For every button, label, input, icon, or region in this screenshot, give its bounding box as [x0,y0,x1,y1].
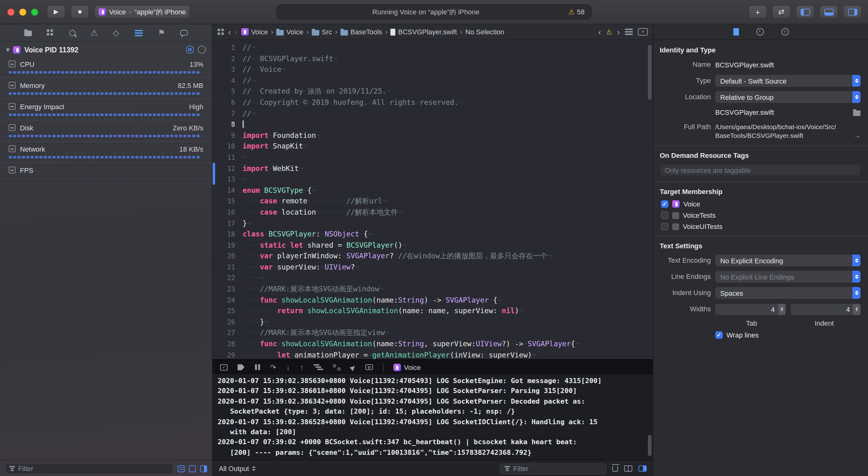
code-line[interactable]: 2//··BCSVGPlayer.swift¬ [213,53,653,64]
breakpoint-navigator-icon[interactable]: ⚑ [158,29,165,37]
code-line[interactable]: 25········return·showLocalSVGAnimation(n… [213,306,653,317]
line-number[interactable]: 29 [213,350,243,359]
debug-navigator-icon[interactable] [135,30,143,36]
code-line[interactable]: 18class·BCSVGPlayer:·NSObject·{¬ [213,229,653,240]
gauge-energy-impact[interactable]: Energy ImpactHigh [0,99,212,120]
indent-width-stepper[interactable]: 4 [790,303,861,315]
line-number[interactable]: 14 [213,185,243,196]
activity-status[interactable]: Running Voice on “apple”的 iPhone ⚠ 58 [277,4,591,19]
fullscreen-button[interactable] [31,8,38,15]
debug-area-visibility-icon[interactable]: ✓ [220,364,227,370]
line-number[interactable]: 27 [213,328,243,339]
toggle-navigator-button[interactable] [796,5,814,19]
breakpoints-activation-icon[interactable] [238,364,244,370]
line-number[interactable]: 9 [213,130,243,141]
code-line[interactable]: 21····var·superView:·UIView?¬ [213,262,653,273]
console-scrollbar[interactable] [648,435,652,456]
line-number[interactable]: 26 [213,317,243,328]
line-endings-dropdown[interactable]: No Explicit Line Endings [715,271,861,282]
code-line[interactable]: 15····case·remote·········//解析url¬ [213,196,653,207]
code-line[interactable]: 7//¬ [213,108,653,119]
add-editor-button[interactable]: + [638,28,648,35]
target-row-voiceuitests[interactable]: VoiceUITests [660,223,861,230]
code-editor[interactable]: 1//¬2//··BCSVGPlayer.swift¬3//··Voice¬4/… [213,40,653,359]
code-line[interactable]: 6//··Copyright·©·2019·huofeng.·All·right… [213,97,653,108]
line-number[interactable]: 13 [213,174,243,185]
target-row-voice[interactable]: ✓Voice [660,200,861,208]
related-items-icon[interactable] [218,28,224,35]
console-filter-input[interactable] [513,465,602,472]
type-dropdown[interactable]: Default - Swift Source [715,75,861,87]
filter-option-button-2[interactable] [189,465,196,472]
line-number[interactable]: 11 [213,152,243,163]
breadcrumb-item-basetools[interactable]: BaseTools [340,28,382,35]
tab-width-stepper[interactable]: 4 [715,303,785,315]
previous-issue-button[interactable]: ‹ [598,27,601,36]
issue-navigator-icon[interactable]: ⚠ [90,29,98,37]
filter-option-button-1[interactable] [178,465,185,472]
code-line[interactable]: 14enum·BCSVGType·{¬ [213,185,653,196]
toggle-variables-view-icon[interactable] [624,466,632,472]
quick-help-tab[interactable] [781,28,788,35]
line-number[interactable]: 23 [213,284,243,295]
code-line[interactable]: 23····//MARK:展示本地SVG动画至window¬ [213,284,653,295]
location-dropdown[interactable]: Relative to Group [715,91,861,103]
view-hierarchy-icon[interactable] [314,364,323,370]
pause-gauges-icon[interactable] [186,46,194,54]
code-line[interactable]: 26····}¬ [213,317,653,328]
screenshot-icon[interactable] [365,364,373,370]
filter-input[interactable] [18,465,169,472]
output-scope-selector[interactable]: All Output [219,465,256,472]
gauge-options-icon[interactable] [198,46,206,54]
line-number[interactable]: 4 [213,76,243,86]
breadcrumb-item-voice[interactable]: Voice [277,28,303,35]
issue-count-badge[interactable]: ⚠ 58 [568,8,585,16]
next-issue-button[interactable]: › [617,27,620,36]
checkbox[interactable] [661,223,669,230]
line-number[interactable]: 5 [213,86,243,97]
stepper-arrows-icon[interactable] [778,303,785,315]
code-line[interactable]: 4//¬ [213,76,653,86]
memory-graph-icon[interactable] [333,364,340,370]
code-line[interactable]: 16····case·location·······//解析本地文件¬ [213,207,653,218]
code-line[interactable]: 11¬ [213,152,653,163]
gauge-memory[interactable]: Memory82.5 MB [0,78,212,99]
line-number[interactable]: 18 [213,229,243,240]
line-number[interactable]: 10 [213,141,243,152]
navigator-filter-field[interactable] [5,463,173,474]
code-line[interactable]: 22····¬ [213,273,653,284]
back-button[interactable]: ‹ [228,27,231,36]
pause-execution-icon[interactable] [254,364,260,370]
line-number[interactable]: 24 [213,295,243,306]
line-number[interactable]: 2 [213,53,243,64]
line-number[interactable]: 22 [213,273,243,284]
breadcrumb-item-voice[interactable]: Voice [241,28,268,35]
line-number[interactable]: 16 [213,207,243,218]
step-into-icon[interactable]: ↓ [286,363,290,371]
forward-button[interactable]: › [235,27,238,36]
symbol-navigator-icon[interactable] [47,29,54,36]
toggle-inspector-button[interactable] [843,5,862,19]
line-number[interactable]: 3 [213,64,243,75]
code-line[interactable]: 19····static·let·shared·=·BCSVGPlayer()¬ [213,240,653,251]
step-out-icon[interactable]: ↑ [300,363,304,371]
code-line[interactable]: 17}¬ [213,218,653,229]
filter-option-button-3[interactable] [200,465,207,472]
search-icon[interactable] [69,30,75,36]
project-navigator-icon[interactable] [24,31,31,36]
code-review-button[interactable]: ⇄ [772,5,791,19]
editor-options-icon[interactable] [625,29,633,35]
resource-tags-input[interactable] [660,164,861,176]
line-number[interactable]: 8 [213,119,243,130]
simulate-location-icon[interactable]: ▶ [349,363,357,371]
code-line[interactable]: 27····//MARK:展示本地SVG动画至指定view¬ [213,328,653,339]
code-line[interactable]: 28····func·showLocalSVGAnimation(name:St… [213,339,653,350]
wrap-lines-checkbox[interactable]: ✓ [715,331,723,339]
line-number[interactable]: 21 [213,262,243,273]
editor-scrollbar[interactable] [648,45,652,100]
reveal-arrow-icon[interactable]: → [854,131,861,140]
line-number[interactable]: 7 [213,108,243,119]
test-navigator-icon[interactable]: ◇ [113,29,119,37]
file-inspector-tab[interactable] [733,28,739,35]
close-button[interactable] [7,8,14,15]
